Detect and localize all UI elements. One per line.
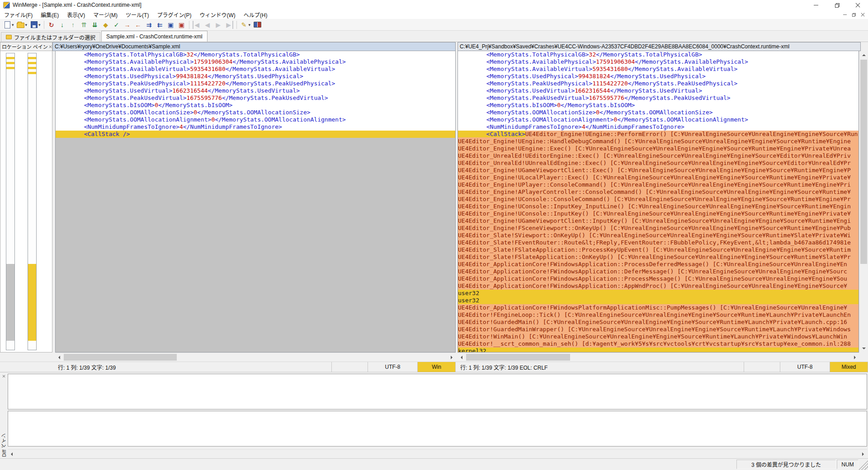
restore-icon	[852, 13, 855, 16]
right-eol-indicator[interactable]: Mixed	[830, 362, 868, 372]
check-button[interactable]: ✓	[112, 20, 122, 30]
dropdown-arrow-icon[interactable]: ▾	[25, 23, 28, 27]
tab-1[interactable]: ファイルまたはフォルダーの選択	[1, 32, 100, 42]
scroll-right-button[interactable]	[851, 353, 859, 362]
diff-pane-hscrollbar[interactable]	[8, 449, 867, 458]
diff-marker[interactable]	[28, 72, 36, 74]
right-code-view[interactable]: <MemoryStats.TotalPhysicalGB>32</MemoryS…	[458, 51, 859, 352]
copy-right-button[interactable]: →	[123, 20, 132, 30]
highlight-plugin-button[interactable]: ✎▾	[239, 20, 252, 30]
rescan-button[interactable]: ↻	[47, 20, 57, 30]
auto-merge-button[interactable]: ▣	[166, 20, 176, 30]
location-pane[interactable]	[0, 51, 52, 352]
close-icon	[2, 375, 5, 377]
menu-item-3[interactable]: マージ(M)	[89, 10, 122, 19]
location-bar-left[interactable]	[6, 53, 15, 350]
diff-marker[interactable]	[28, 57, 36, 59]
minimize-button[interactable]	[806, 0, 826, 10]
first-file-button[interactable]: ◀	[192, 20, 202, 30]
close-button[interactable]	[847, 0, 868, 10]
code-line: UE4Editor_Slate!FSlateApplication::Proce…	[458, 246, 859, 254]
next-file-button[interactable]: ▶	[213, 20, 223, 30]
code-line: <MemoryStats.bIsOOM>0</MemoryStats.bIsOO…	[56, 102, 455, 109]
diff-marker[interactable]	[28, 62, 36, 64]
save-button[interactable]: ▾	[29, 20, 42, 30]
prev-diff-button[interactable]: ↑	[68, 20, 78, 30]
left-eol-indicator[interactable]: Win	[418, 362, 456, 372]
new-button[interactable]: ▾	[2, 20, 15, 30]
right-status-empty-cell	[744, 362, 780, 372]
menu-item-7[interactable]: ヘルプ(H)	[240, 10, 272, 19]
prev-file-button[interactable]: ◀	[203, 20, 212, 30]
right-encoding-indicator[interactable]: UTF-8	[780, 362, 830, 372]
menu-item-1[interactable]: 編集(E)	[37, 10, 63, 19]
restore-button[interactable]	[826, 0, 847, 10]
vertical-scroll-thumb[interactable]	[860, 60, 867, 264]
vertical-scrollbar[interactable]	[859, 51, 868, 352]
left-encoding-indicator[interactable]: UTF-8	[368, 362, 418, 372]
scroll-right-button[interactable]	[448, 353, 456, 362]
copy-all-left-button[interactable]: ⇇	[155, 20, 165, 30]
scroll-right-button[interactable]	[859, 450, 867, 458]
open-button[interactable]: ▾	[16, 20, 28, 30]
menu-item-4[interactable]: ツール(T)	[122, 10, 153, 19]
dropdown-arrow-icon[interactable]: ▾	[249, 23, 251, 27]
location-bar-right[interactable]	[28, 53, 37, 350]
first-diff-button[interactable]: ⇈	[79, 20, 89, 30]
diff-block-marker[interactable]	[28, 264, 36, 341]
diff-block-marker[interactable]	[6, 264, 14, 341]
diff-marker[interactable]	[6, 67, 14, 69]
menu-items: ファイル(F)編集(E)表示(V)マージ(M)ツール(T)プラグイン(P)ウィン…	[0, 10, 271, 19]
scroll-left-button[interactable]	[55, 353, 63, 362]
hscroll-thumb[interactable]	[466, 354, 570, 361]
scroll-up-button[interactable]	[859, 51, 868, 59]
menu-item-2[interactable]: 表示(V)	[63, 10, 89, 19]
last-diff-button[interactable]: ⇊	[90, 20, 100, 30]
location-pane-close-button[interactable]	[49, 45, 52, 48]
diff-marker[interactable]	[6, 62, 14, 64]
menu-item-6[interactable]: ウィンドウ(W)	[195, 10, 239, 19]
dropdown-arrow-icon[interactable]: ▾	[12, 23, 14, 27]
scroll-left-button[interactable]	[8, 450, 15, 458]
diff-marker[interactable]	[28, 67, 36, 69]
menu-item-5[interactable]: プラグイン(P)	[153, 10, 195, 19]
diff-pane-right-content[interactable]	[8, 411, 867, 446]
diff-pane-close-button[interactable]	[2, 375, 5, 377]
left-file-path-header[interactable]: C:¥Users¥ryory¥OneDrive¥Documents¥Sample…	[52, 42, 456, 51]
scroll-left-button[interactable]	[458, 353, 465, 362]
copy-all-right-button[interactable]: ⇉	[144, 20, 154, 30]
right-file-path-header[interactable]: C:¥UE4_Prj¥Sandbox¥Saved¥Crashes¥UE4CC-W…	[458, 42, 861, 51]
code-line: UE4Editor_Engine!UPlayer::ConsoleCommand…	[458, 181, 859, 188]
header-row: ロケーション ペイン C:¥Users¥ryory¥OneDrive¥Docum…	[0, 42, 868, 51]
next-diff-button[interactable]: ↓	[57, 20, 67, 30]
menu-item-0[interactable]: ファイル(F)	[0, 10, 37, 19]
vertical-scroll-track[interactable]	[859, 59, 868, 345]
hscroll-thumb[interactable]	[64, 354, 177, 361]
code-line: <MemoryStats.AvailablePhysical>175919063…	[56, 58, 455, 66]
code-line: <MemoryStats.OOMAllocationAlignment>0</M…	[56, 116, 455, 123]
tab-label: Sample.xml - CrashContext.runtime-xml	[106, 33, 203, 40]
refresh-all-button[interactable]: ▣	[177, 20, 187, 30]
right-editor-hscrollbar[interactable]	[458, 352, 859, 362]
current-diff-button[interactable]: ◆	[101, 20, 111, 30]
last-file-button[interactable]: ▶	[224, 20, 234, 30]
code-line: UE4Editor!GuardedMainWrapper() [C:¥Unrea…	[458, 326, 859, 333]
left-editor-hscrollbar[interactable]	[55, 352, 456, 362]
plugin-settings-button[interactable]	[252, 20, 262, 30]
scroll-down-button[interactable]	[859, 345, 868, 352]
copy-left-button[interactable]: ←	[133, 20, 143, 30]
left-editor[interactable]: <MemoryStats.TotalPhysicalGB>32</MemoryS…	[55, 51, 456, 352]
right-editor[interactable]: <MemoryStats.TotalPhysicalGB>32</MemoryS…	[458, 51, 859, 352]
hscroll-track[interactable]	[63, 353, 448, 362]
resize-grip[interactable]	[859, 459, 868, 470]
dropdown-arrow-icon[interactable]: ▾	[38, 23, 41, 27]
diff-marker[interactable]	[6, 57, 14, 59]
mdi-minimize-button[interactable]	[843, 14, 847, 15]
tab-2[interactable]: Sample.xml - CrashContext.runtime-xml	[101, 31, 208, 42]
hscroll-track[interactable]	[15, 450, 859, 458]
diff-pane-left-content[interactable]	[8, 374, 867, 409]
hscroll-track[interactable]	[465, 353, 851, 362]
mdi-restore-button[interactable]	[852, 13, 855, 16]
left-code-view[interactable]: <MemoryStats.TotalPhysicalGB>32</MemoryS…	[56, 51, 455, 352]
mdi-close-button[interactable]	[861, 13, 865, 17]
